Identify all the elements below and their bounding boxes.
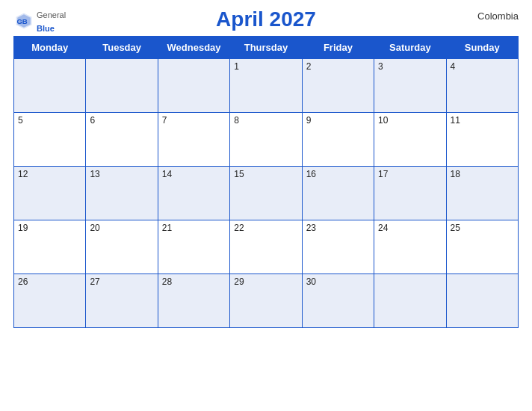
calendar-cell: 24 [374,220,446,274]
header-saturday: Saturday [374,37,446,59]
calendar-cell: 22 [230,220,302,274]
calendar-cell: 15 [230,167,302,220]
calendar-cell: 16 [302,167,374,220]
header-thursday: Thursday [230,37,302,59]
header-monday: Monday [14,37,86,59]
day-number: 2 [306,61,312,72]
day-number: 18 [451,169,460,179]
day-number: 19 [18,223,28,233]
logo-area: GB General Blue [13,7,66,34]
calendar-title: April 2027 [216,7,316,31]
week-row-2: 567891011 [14,113,519,167]
calendar-cell: 17 [374,167,446,220]
calendar-cell: 23 [302,220,374,274]
day-number: 6 [90,115,95,126]
country-label: Colombia [477,10,519,22]
calendar-cell: 6 [86,113,158,167]
calendar-header: GB General Blue April 2027 Colombia [13,7,519,31]
day-number: 9 [306,115,312,126]
calendar-cell: 11 [446,113,518,167]
calendar-cell: 10 [374,113,446,167]
day-number: 5 [18,115,23,126]
day-number: 3 [378,61,383,72]
calendar-cell: 26 [14,274,86,328]
day-number: 11 [451,115,460,126]
day-number: 10 [378,115,388,126]
header-friday: Friday [302,37,374,59]
calendar-cell: 18 [446,167,518,220]
logo-text: General Blue [37,7,66,34]
day-number: 30 [306,276,316,287]
header-wednesday: Wednesday [158,37,229,59]
day-number: 7 [162,115,167,126]
day-number: 15 [234,169,244,179]
weekday-header-row: Monday Tuesday Wednesday Thursday Friday… [14,37,519,59]
day-number: 14 [162,169,172,179]
calendar-cell: 13 [86,167,158,220]
calendar-cell: 27 [86,274,158,328]
week-row-5: 2627282930 [14,274,519,328]
logo-general: General [37,10,66,19]
day-number: 12 [18,169,28,179]
calendar-cell: 20 [86,220,158,274]
calendar-cell: 21 [158,220,229,274]
calendar-thead: Monday Tuesday Wednesday Thursday Friday… [14,37,519,59]
calendar-cell [86,59,158,113]
calendar-cell: 7 [158,113,229,167]
calendar-cell [374,274,446,328]
logo-blue: Blue [37,24,55,33]
day-number: 29 [234,276,244,287]
day-number: 22 [234,223,244,233]
day-number: 8 [234,115,239,126]
generalblue-logo-icon: GB [13,10,34,31]
calendar-cell: 25 [446,220,518,274]
day-number: 1 [234,61,239,72]
week-row-3: 12131415161718 [14,167,519,220]
day-number: 28 [162,276,172,287]
calendar-cell: 3 [374,59,446,113]
calendar-wrapper: GB General Blue April 2027 Colombia Mond… [0,0,532,411]
calendar-body: 1234567891011121314151617181920212223242… [14,59,519,328]
day-number: 21 [162,223,172,233]
calendar-cell: 29 [230,274,302,328]
calendar-cell: 30 [302,274,374,328]
calendar-cell: 5 [14,113,86,167]
svg-text:GB: GB [16,17,27,25]
calendar-cell: 12 [14,167,86,220]
calendar-cell: 2 [302,59,374,113]
day-number: 17 [378,169,388,179]
calendar-cell: 28 [158,274,229,328]
day-number: 20 [90,223,99,233]
day-number: 13 [90,169,99,179]
day-number: 23 [306,223,316,233]
calendar-cell: 19 [14,220,86,274]
week-row-4: 19202122232425 [14,220,519,274]
week-row-1: 1234 [14,59,519,113]
calendar-cell [446,274,518,328]
calendar-cell: 4 [446,59,518,113]
header-sunday: Sunday [446,37,518,59]
header-tuesday: Tuesday [86,37,158,59]
calendar-cell [158,59,229,113]
calendar-table: Monday Tuesday Wednesday Thursday Friday… [13,36,519,328]
day-number: 4 [451,61,456,72]
calendar-cell: 1 [230,59,302,113]
day-number: 25 [451,223,460,233]
day-number: 16 [306,169,316,179]
day-number: 27 [90,276,99,287]
day-number: 26 [18,276,28,287]
calendar-cell: 14 [158,167,229,220]
calendar-cell: 8 [230,113,302,167]
day-number: 24 [378,223,388,233]
calendar-cell [14,59,86,113]
calendar-cell: 9 [302,113,374,167]
